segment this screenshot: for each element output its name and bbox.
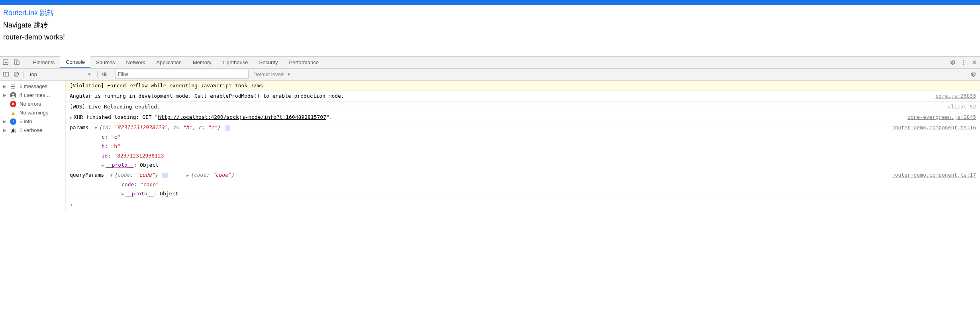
router-demo-text: router-demo works! <box>3 33 65 41</box>
expand-icon: ▶ <box>3 84 7 89</box>
svg-point-9 <box>104 73 106 75</box>
user-icon <box>10 92 16 98</box>
svg-point-11 <box>12 129 15 132</box>
svg-rect-2 <box>17 61 19 65</box>
log-message: params ▼{id: "823712312938123", h: "h", … <box>70 123 888 169</box>
log-row[interactable]: [WDS] Live Reloading enabled. client:52 <box>66 102 980 112</box>
context-label: top <box>30 71 37 77</box>
collapse-icon[interactable]: ▼ <box>110 172 114 179</box>
info-badge-icon[interactable] <box>225 125 230 131</box>
expand-icon[interactable]: ▶ <box>186 172 190 179</box>
sidebar-item-verbose[interactable]: ▶ 1 verbose <box>0 126 65 135</box>
sidebar-label: 1 verbose <box>20 127 42 133</box>
devtools-panel: Elements Console Sources Network Applica… <box>0 56 980 212</box>
log-message: ▶XHR finished loading: GET "http://local… <box>70 112 904 122</box>
expand-icon: ▶ <box>3 119 7 124</box>
sidebar-label: No errors <box>20 101 41 107</box>
tab-application[interactable]: Application <box>151 56 187 68</box>
log-source-link[interactable]: client:52 <box>948 102 976 111</box>
chevron-down-icon: ▼ <box>87 72 91 77</box>
expand-icon: ▶ <box>3 128 7 132</box>
sidebar-item-messages[interactable]: ▶ 6 messages <box>0 82 65 91</box>
xhr-url[interactable]: http://localhost:4200/sockjs-node/info?t… <box>158 114 326 120</box>
tab-performance[interactable]: Performance <box>283 56 324 68</box>
tab-network[interactable]: Network <box>121 56 151 68</box>
svg-point-4 <box>963 62 964 63</box>
tab-security[interactable]: Security <box>253 56 283 68</box>
console-prompt[interactable]: › <box>66 199 980 211</box>
console-sidebar: ▶ 6 messages ▶ 4 user mes… ▶ ✕ No errors… <box>0 81 66 212</box>
expand-icon[interactable]: ▶ <box>122 191 125 198</box>
page-content: RouterLink 跳转 Navigate 跳转 router-demo wo… <box>0 5 980 45</box>
svg-point-5 <box>963 64 964 65</box>
info-icon: i <box>10 118 16 125</box>
device-toggle-icon[interactable] <box>11 59 22 65</box>
more-icon[interactable] <box>958 59 969 65</box>
console-settings-icon[interactable] <box>967 71 978 77</box>
log-row-violation[interactable]: [Violation] Forced reflow while executin… <box>66 81 980 91</box>
clear-console-icon[interactable] <box>12 71 21 77</box>
navigate-text[interactable]: Navigate 跳转 <box>3 21 48 29</box>
console-toolbar: top ▼ Default levels ▼ <box>0 69 980 81</box>
log-levels-selector[interactable]: Default levels ▼ <box>250 71 294 77</box>
log-source-link[interactable]: core.js:26833 <box>935 91 976 100</box>
live-expression-icon[interactable] <box>100 71 109 77</box>
sidebar-label: 4 user mes… <box>20 92 50 98</box>
levels-label: Default levels <box>253 71 284 77</box>
sidebar-toggle-icon[interactable] <box>2 71 10 77</box>
sidebar-item-errors[interactable]: ▶ ✕ No errors <box>0 100 65 108</box>
svg-point-3 <box>963 60 964 61</box>
context-selector[interactable]: top ▼ <box>27 71 94 77</box>
svg-point-10 <box>12 93 14 95</box>
log-message: queryParams ▼{code: "code"} ▶{code: "cod… <box>70 170 888 198</box>
tab-lighthouse[interactable]: Lighthouse <box>217 56 254 68</box>
router-link[interactable]: RouterLink 跳转 <box>3 9 54 17</box>
sidebar-item-info[interactable]: ▶ i 5 info <box>0 117 65 126</box>
log-row-queryparams[interactable]: queryParams ▼{code: "code"} ▶{code: "cod… <box>66 170 980 199</box>
error-icon: ✕ <box>10 101 16 107</box>
sidebar-item-warnings[interactable]: ▶ ▲ No warnings <box>0 108 65 117</box>
expand-icon[interactable]: ▶ <box>102 162 106 169</box>
svg-rect-6 <box>4 72 8 76</box>
log-message: [Violation] Forced reflow while executin… <box>70 81 976 90</box>
sidebar-label: 5 info <box>20 118 32 124</box>
browser-top-bar <box>0 0 980 5</box>
log-message: [WDS] Live Reloading enabled. <box>70 102 944 111</box>
tab-sources[interactable]: Sources <box>90 56 121 68</box>
warning-icon: ▲ <box>10 110 16 116</box>
info-badge-icon[interactable] <box>162 173 168 178</box>
settings-icon[interactable] <box>947 59 958 65</box>
chevron-down-icon: ▼ <box>287 72 291 77</box>
filter-input[interactable] <box>115 70 249 79</box>
devtools-tab-bar: Elements Console Sources Network Applica… <box>0 57 980 69</box>
sidebar-label: 6 messages <box>20 83 47 89</box>
log-row[interactable]: Angular is running in development mode. … <box>66 91 980 101</box>
sidebar-item-user[interactable]: ▶ 4 user mes… <box>0 91 65 100</box>
collapse-icon[interactable]: ▼ <box>95 124 99 132</box>
log-source-link[interactable]: zone-evergreen.js:2845 <box>907 112 976 122</box>
log-row-params[interactable]: params ▼{id: "823712312938123", h: "h", … <box>66 122 980 170</box>
sidebar-label: No warnings <box>20 110 48 116</box>
inspect-icon[interactable] <box>0 59 11 65</box>
tab-memory[interactable]: Memory <box>187 56 217 68</box>
expand-icon[interactable]: ▶ <box>70 114 74 121</box>
close-icon[interactable] <box>969 59 980 65</box>
tab-console[interactable]: Console <box>60 56 90 68</box>
expand-icon: ▶ <box>3 93 7 97</box>
console-log-area: [Violation] Forced reflow while executin… <box>66 81 980 212</box>
log-source-link[interactable]: router-demo.component.ts:16 <box>892 123 976 169</box>
log-message: Angular is running in development mode. … <box>70 91 931 100</box>
bug-icon <box>10 127 16 134</box>
log-row[interactable]: ▶XHR finished loading: GET "http://local… <box>66 112 980 122</box>
log-source-link[interactable]: router-demo.component.ts:17 <box>892 170 976 198</box>
list-icon <box>10 83 16 90</box>
tab-elements[interactable]: Elements <box>27 56 60 68</box>
